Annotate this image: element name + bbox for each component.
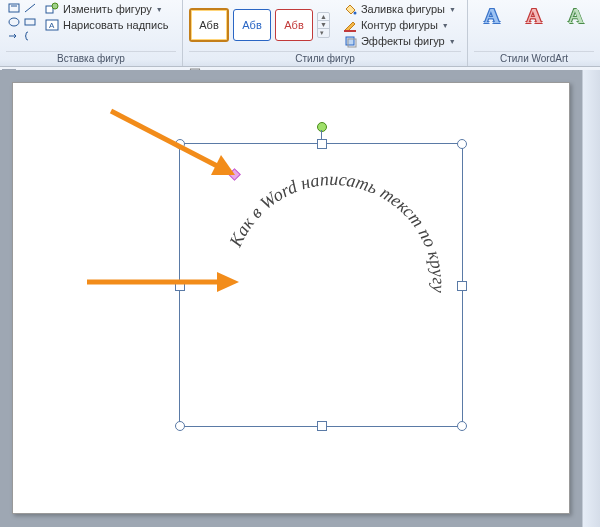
shape-line-icon [23, 2, 37, 14]
svg-rect-11 [346, 37, 354, 45]
circular-text-content: Как в Word написать текст по кругу [225, 169, 449, 293]
circular-text: Как в Word написать текст по кругу [180, 144, 462, 426]
shape-arrow-icon [7, 30, 21, 42]
ribbon: Изменить фигуру ▼ A Нарисовать надпись В… [0, 0, 600, 67]
svg-rect-10 [344, 30, 356, 32]
svg-text:A: A [49, 21, 55, 30]
gallery-scroll[interactable]: ▲ ▼ ▾ [317, 12, 330, 38]
style-preset-1[interactable]: Абв [189, 8, 229, 42]
shape-effects-label: Эффекты фигур [361, 35, 445, 47]
textbox-icon: A [45, 18, 59, 32]
svg-rect-4 [25, 19, 35, 25]
group-title-insert: Вставка фигур [6, 51, 176, 66]
svg-rect-0 [9, 4, 19, 12]
svg-line-2 [25, 4, 35, 12]
chevron-up-icon: ▲ [318, 13, 329, 20]
shape-fill-label: Заливка фигуры [361, 3, 445, 15]
shape-brace-icon [23, 30, 37, 42]
group-insert-shapes: Изменить фигуру ▼ A Нарисовать надпись В… [0, 0, 183, 66]
chevron-down-icon: ▼ [449, 6, 456, 13]
wordart-preset-2[interactable]: A [516, 1, 552, 31]
page[interactable]: Как в Word написать текст по кругу [12, 82, 570, 514]
shape-outline-label: Контур фигуры [361, 19, 438, 31]
draw-textbox-button[interactable]: A Нарисовать надпись [42, 17, 171, 33]
edit-shape-label: Изменить фигуру [63, 3, 152, 15]
shape-fill-button[interactable]: Заливка фигуры ▼ [340, 1, 459, 17]
shape-style-gallery[interactable]: Абв Абв Абв ▲ ▼ ▾ [189, 8, 330, 42]
rotation-handle[interactable] [317, 122, 327, 132]
document-workspace: Как в Word написать текст по кругу [0, 70, 600, 527]
svg-point-3 [9, 18, 19, 26]
svg-point-6 [52, 3, 58, 9]
shapes-gallery[interactable] [6, 1, 38, 43]
selected-textbox[interactable]: Как в Word написать текст по кругу [179, 143, 463, 427]
draw-textbox-label: Нарисовать надпись [63, 19, 168, 31]
style-preset-2[interactable]: Абв [233, 9, 271, 41]
svg-point-9 [353, 12, 356, 15]
vertical-scrollbar[interactable] [582, 70, 600, 527]
gallery-more-icon: ▾ [318, 28, 329, 37]
chevron-down-icon: ▼ [442, 22, 449, 29]
edit-shape-button[interactable]: Изменить фигуру ▼ [42, 1, 171, 17]
shape-textbox-icon [7, 2, 21, 14]
chevron-down-icon: ▼ [156, 6, 163, 13]
wordart-preset-3[interactable]: A [558, 1, 594, 31]
group-wordart-styles: A A A Стили WordArt [468, 0, 600, 66]
chevron-down-icon: ▼ [449, 38, 456, 45]
wordart-gallery[interactable]: A A A [474, 1, 594, 33]
effects-icon [343, 34, 357, 48]
shape-rect-icon [23, 16, 37, 28]
shape-oval-icon [7, 16, 21, 28]
bucket-icon [343, 2, 357, 16]
pen-icon [343, 18, 357, 32]
group-title-styles: Стили фигур [189, 51, 461, 66]
wordart-preset-1[interactable]: A [474, 1, 510, 31]
edit-shape-icon [45, 2, 59, 16]
shape-effects-button[interactable]: Эффекты фигур ▼ [340, 33, 459, 49]
group-title-wordart: Стили WordArt [474, 51, 594, 66]
shape-outline-button[interactable]: Контур фигуры ▼ [340, 17, 459, 33]
group-shape-styles: Абв Абв Абв ▲ ▼ ▾ Заливка фигуры ▼ Конту… [183, 0, 468, 66]
svg-text:Как в Word написать текст по к: Как в Word написать текст по кругу [225, 169, 449, 293]
chevron-down-icon: ▼ [318, 20, 329, 28]
style-preset-3[interactable]: Абв [275, 9, 313, 41]
